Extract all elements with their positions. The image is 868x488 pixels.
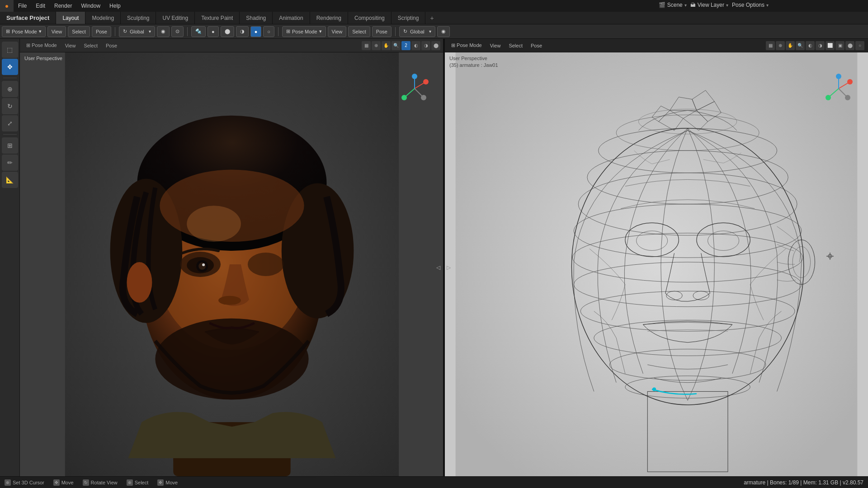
tab-sculpting[interactable]: Sculpting [121, 12, 156, 24]
left-viewport-canvas[interactable]: ◁ [20, 52, 444, 476]
menu-window[interactable]: Window [76, 0, 105, 12]
grid-icon[interactable]: ▦ [362, 41, 371, 50]
left-viewport[interactable]: ⊞ Pose Mode View Select Pose ▦ ⊕ ✋ 🔍 2 ◐… [20, 39, 444, 476]
status-move2-label: Move [165, 480, 178, 485]
view-layer-selector[interactable]: 🏔 View Layer ▾ [690, 2, 728, 8]
pose-mode-btn-right[interactable]: ⊞ Pose Mode ▾ [282, 26, 326, 37]
viewport-extra-icon[interactable]: ◐ [411, 41, 420, 50]
viewport-2d-icon[interactable]: 2 [401, 41, 410, 50]
menu-file[interactable]: File [14, 0, 31, 12]
add-workspace-tab[interactable]: + [425, 12, 438, 24]
right-wire6-icon[interactable]: ○ [855, 41, 864, 50]
select-btn-right[interactable]: Select [348, 26, 370, 37]
main-area: ⬚ ✥ ⊕ ↻ ⤢ ⊞ ✏ 📐 ⊞ [0, 39, 868, 476]
right-viewport-canvas[interactable]: ▷ [445, 52, 868, 476]
right-vp-pose[interactable]: Pose [528, 42, 545, 49]
pose-options-label: Pose Options [732, 2, 764, 8]
tab-compositing[interactable]: Compositing [348, 12, 392, 24]
tab-texture-paint[interactable]: Texture Paint [195, 12, 240, 24]
right-search-icon[interactable]: 🔍 [796, 41, 805, 50]
rotate-tool-btn[interactable]: ↻ [2, 98, 18, 114]
transform-pivot-btn[interactable]: ◉ [157, 26, 170, 37]
pose-mode-chevron-right: ▾ [319, 28, 322, 34]
pose-label-left: Pose [96, 29, 107, 34]
left-tool-panel: ⬚ ✥ ⊕ ↻ ⤢ ⊞ ✏ 📐 [0, 39, 20, 476]
select-tool-btn[interactable]: ⬚ [2, 42, 18, 58]
scene-label: Scene [667, 2, 683, 8]
left-vp-view[interactable]: View [62, 42, 79, 49]
pose-btn-left[interactable]: Pose [92, 26, 111, 37]
toolbar-sep-4 [395, 27, 396, 36]
scale-tool-btn[interactable]: ⤢ [2, 115, 18, 131]
hand-icon[interactable]: ✋ [382, 41, 391, 50]
cursor-tool-btn[interactable]: ⊕ [2, 81, 18, 97]
right-wire1-icon[interactable]: ◐ [806, 41, 815, 50]
gizmo-svg [399, 73, 430, 104]
viewport-shading-material[interactable]: ◑ [236, 26, 249, 37]
right-wire4-icon[interactable]: ▣ [835, 41, 844, 50]
right-grid-icon[interactable]: ▦ [766, 41, 775, 50]
viewport-3d-icon[interactable]: ⬤ [431, 41, 440, 50]
tab-modeling[interactable]: Modeling [85, 12, 121, 24]
svg-point-17 [127, 262, 152, 303]
annotate-tool-btn[interactable]: ✏ [2, 155, 18, 171]
right-split-toggle-arrow[interactable]: ▷ [447, 264, 451, 271]
search-icon[interactable]: 🔍 [392, 41, 401, 50]
menu-edit[interactable]: Edit [31, 0, 50, 12]
pivot-btn-right[interactable]: ◉ [437, 26, 450, 37]
right-wire3-icon[interactable]: ⬜ [826, 41, 835, 50]
transform-tool-btn[interactable]: ⊞ [2, 137, 18, 154]
view-label-left: View [52, 29, 62, 34]
right-vp-select[interactable]: Select [506, 42, 525, 49]
viewport-shading-wire[interactable]: ○ [263, 26, 274, 37]
select-btn-left[interactable]: Select [68, 26, 90, 37]
status-move2-icon: ✥ [157, 479, 164, 486]
pose-options-btn[interactable]: Pose Options ▾ [732, 2, 769, 8]
tab-uv-editing[interactable]: UV Editing [156, 12, 195, 24]
view-btn-left[interactable]: View [47, 26, 66, 37]
color-scheme-btn[interactable]: ● [208, 26, 219, 37]
global-orientation-right[interactable]: ↻ Global [399, 26, 435, 37]
left-vp-mode[interactable]: ⊞ Pose Mode [24, 42, 60, 49]
measure-icon: 📐 [6, 176, 14, 183]
move-tool-btn[interactable]: ✥ [2, 59, 18, 75]
tab-scripting[interactable]: Scripting [392, 12, 426, 24]
status-move-label: Move [61, 480, 74, 485]
tab-rendering[interactable]: Rendering [310, 12, 348, 24]
bone-icon[interactable]: ⊕ [372, 41, 381, 50]
menu-help[interactable]: Help [105, 0, 125, 12]
viewport-overlay-icon[interactable]: ◑ [421, 41, 430, 50]
scene-selector-inner[interactable]: 🎬 Scene ▾ [659, 2, 687, 8]
orientation-label-right: Global [410, 29, 425, 34]
tab-shading[interactable]: Shading [240, 12, 273, 24]
right-hand-icon[interactable]: ✋ [786, 41, 795, 50]
split-toggle-arrow[interactable]: ◁ [436, 264, 440, 271]
right-vp-view[interactable]: View [487, 42, 504, 49]
right-wire5-icon[interactable]: ⬤ [845, 41, 854, 50]
global-orientation-btn[interactable]: ↻ Global [119, 26, 155, 37]
svg-point-61 [847, 79, 853, 84]
right-vp-mode[interactable]: ⊞ Pose Mode [448, 42, 485, 49]
right-3d-gizmo[interactable] [823, 73, 854, 104]
pose-mode-label: Pose Mode [12, 29, 37, 34]
view-btn-right[interactable]: View [328, 26, 347, 37]
viewport-shading-rendered[interactable]: ● [250, 26, 262, 37]
menu-render[interactable]: Render [50, 0, 76, 12]
snap-btn[interactable]: 🔩 [191, 26, 206, 37]
tab-layout[interactable]: Layout [56, 12, 85, 24]
pivot-icon-right: ◉ [441, 28, 446, 34]
pose-btn-right[interactable]: Pose [372, 26, 392, 37]
right-viewport[interactable]: ⊞ Pose Mode View Select Pose ▦ ⊕ ✋ 🔍 ◐ ◑… [444, 39, 868, 476]
viewport-shading-solid[interactable]: ⬤ [221, 26, 234, 37]
proportional-btn[interactable]: ⊙ [171, 26, 184, 37]
left-3d-gizmo[interactable] [399, 73, 430, 104]
right-wire2-icon[interactable]: ◑ [816, 41, 825, 50]
pose-mode-btn[interactable]: ⊞ Pose Mode ▾ [2, 26, 46, 37]
svg-point-14 [248, 253, 284, 276]
viewport-split-divider[interactable] [443, 39, 445, 476]
left-vp-pose[interactable]: Pose [103, 42, 120, 49]
measure-tool-btn[interactable]: 📐 [2, 172, 18, 188]
left-vp-select[interactable]: Select [81, 42, 100, 49]
tab-animation[interactable]: Animation [273, 12, 310, 24]
right-bone-icon[interactable]: ⊕ [776, 41, 785, 50]
